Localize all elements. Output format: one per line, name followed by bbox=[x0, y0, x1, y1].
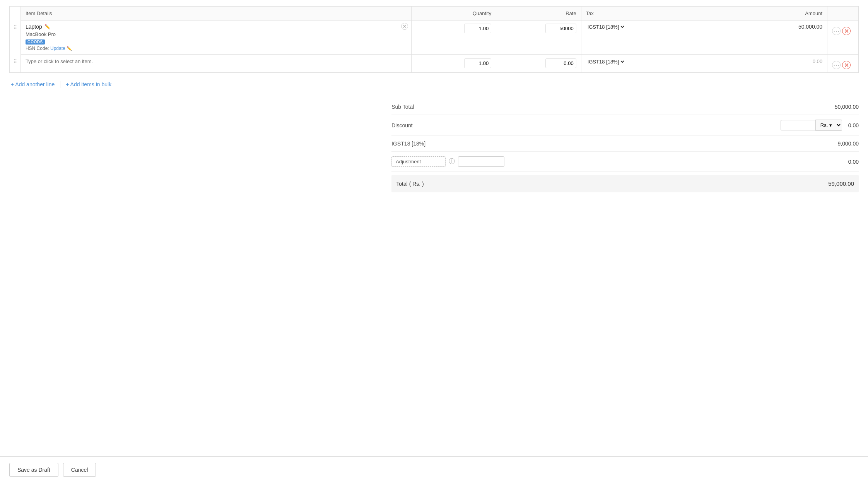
total-row: Total ( Rs. ) 59,000.00 bbox=[391, 175, 859, 192]
action-divider bbox=[60, 81, 60, 88]
footer: Save as Draft Cancel bbox=[0, 456, 868, 483]
amount-value-2: 0.00 bbox=[813, 58, 822, 64]
row-more-button[interactable]: ⋯ bbox=[832, 27, 841, 35]
hsn-update-link[interactable]: Update bbox=[50, 46, 65, 51]
adjustment-row: ⓘ 0.00 bbox=[391, 152, 859, 172]
tax-dropdown[interactable]: IGST18 [18%] bbox=[586, 24, 625, 30]
header-amount: Amount bbox=[717, 7, 827, 21]
header-rate: Rate bbox=[496, 7, 581, 21]
amount-cell: 50,000.00 bbox=[717, 21, 827, 55]
table-row: ⠿ IGST18 [18%] bbox=[10, 55, 859, 73]
header-item: Item Details bbox=[21, 7, 411, 21]
action-row: + Add another line + Add items in bulk bbox=[9, 79, 859, 90]
rate-input-2[interactable] bbox=[545, 58, 576, 68]
total-value: 59,000.00 bbox=[828, 180, 854, 187]
drag-handle-cell-2: ⠿ bbox=[10, 55, 21, 73]
page-wrapper: Item Details Quantity Rate Tax Amount ⠿ bbox=[0, 0, 868, 483]
help-icon[interactable]: ⓘ bbox=[449, 158, 455, 166]
cancel-button[interactable]: Cancel bbox=[63, 463, 96, 477]
discount-type-select[interactable]: Rs. ▾% bbox=[815, 120, 842, 131]
adjustment-label-input[interactable] bbox=[391, 156, 446, 167]
hsn-code-row: HSN Code: Update ✏️ bbox=[26, 46, 407, 51]
drag-handle-2[interactable]: ⠿ bbox=[10, 55, 21, 65]
tax-cell-2: IGST18 [18%] bbox=[581, 55, 717, 73]
sub-total-label: Sub Total bbox=[391, 104, 414, 110]
adjustment-label-wrapper: ⓘ bbox=[391, 156, 504, 167]
add-line-button[interactable]: + Add another line bbox=[11, 79, 55, 90]
items-table: Item Details Quantity Rate Tax Amount ⠿ bbox=[9, 6, 859, 73]
quantity-input[interactable] bbox=[464, 24, 491, 33]
tax-label: IGST18 [18%] bbox=[391, 140, 425, 147]
item-close-button[interactable]: ✕ bbox=[401, 23, 408, 30]
rate-cell-2 bbox=[496, 55, 581, 73]
adjustment-value: 0.00 bbox=[848, 159, 859, 165]
item-name-row: Laptop ✏️ ✕ bbox=[26, 24, 407, 30]
add-bulk-button[interactable]: + Add items in bulk bbox=[66, 79, 111, 90]
discount-controls: Rs. ▾% 0.00 bbox=[781, 120, 859, 131]
header-tax: Tax bbox=[581, 7, 717, 21]
row-actions-2: ⋯ ✕ bbox=[830, 58, 856, 69]
item-detail-cell: Laptop ✏️ ✕ MacBook Pro GOODS HSN Code: … bbox=[21, 21, 411, 55]
item-description: MacBook Pro bbox=[26, 31, 407, 37]
save-draft-button[interactable]: Save as Draft bbox=[9, 463, 58, 477]
tax-value: 9,000.00 bbox=[838, 140, 859, 147]
amount-cell-2: 0.00 bbox=[717, 55, 827, 73]
tax-dropdown-2[interactable]: IGST18 [18%] bbox=[586, 58, 625, 65]
discount-input-group: Rs. ▾% bbox=[781, 120, 842, 131]
discount-row: Discount Rs. ▾% 0.00 bbox=[391, 115, 859, 136]
amount-value: 50,000.00 bbox=[798, 24, 822, 30]
item-name: Laptop bbox=[26, 24, 42, 30]
main-content: Item Details Quantity Rate Tax Amount ⠿ bbox=[0, 0, 868, 456]
rate-cell bbox=[496, 21, 581, 55]
drag-col-header bbox=[10, 7, 21, 21]
row-actions-cell: ⋯ ✕ bbox=[827, 21, 859, 55]
summary-section: Sub Total 50,000.00 Discount Rs. ▾% 0.00… bbox=[391, 99, 859, 192]
tax-row: IGST18 [18%] 9,000.00 bbox=[391, 136, 859, 152]
total-label: Total ( Rs. ) bbox=[396, 181, 424, 187]
discount-value: 0.00 bbox=[848, 122, 859, 128]
item-edit-icon[interactable]: ✏️ bbox=[44, 24, 50, 29]
rate-input[interactable] bbox=[545, 24, 576, 33]
goods-badge: GOODS bbox=[26, 39, 45, 45]
quantity-input-2[interactable] bbox=[464, 58, 491, 68]
row-actions-cell-2: ⋯ ✕ bbox=[827, 55, 859, 73]
quantity-cell bbox=[411, 21, 496, 55]
item-search-input[interactable] bbox=[26, 58, 407, 64]
discount-amount-input[interactable] bbox=[781, 120, 815, 130]
drag-handle-cell: ⠿ bbox=[10, 21, 21, 55]
row-more-button-2[interactable]: ⋯ bbox=[832, 61, 841, 69]
drag-handle[interactable]: ⠿ bbox=[10, 21, 21, 31]
row-actions: ⋯ ✕ bbox=[830, 24, 856, 35]
adjustment-input[interactable] bbox=[458, 156, 504, 167]
table-row: ⠿ Laptop ✏️ ✕ MacBook Pro GOODS bbox=[10, 21, 859, 55]
hsn-code-label: HSN Code: bbox=[26, 46, 49, 51]
header-actions bbox=[827, 7, 859, 21]
row-delete-button-2[interactable]: ✕ bbox=[842, 61, 851, 69]
header-quantity: Quantity bbox=[411, 7, 496, 21]
tax-select-wrapper[interactable]: IGST18 [18%] bbox=[586, 24, 712, 30]
discount-label: Discount bbox=[391, 122, 412, 128]
hsn-edit-icon[interactable]: ✏️ bbox=[67, 46, 72, 51]
quantity-cell-2 bbox=[411, 55, 496, 73]
tax-select-wrapper-2[interactable]: IGST18 [18%] bbox=[586, 58, 712, 65]
tax-cell: IGST18 [18%] bbox=[581, 21, 717, 55]
sub-total-row: Sub Total 50,000.00 bbox=[391, 99, 859, 115]
row-delete-button[interactable]: ✕ bbox=[842, 27, 851, 35]
item-placeholder-cell[interactable] bbox=[21, 55, 411, 73]
sub-total-value: 50,000.00 bbox=[835, 104, 859, 110]
